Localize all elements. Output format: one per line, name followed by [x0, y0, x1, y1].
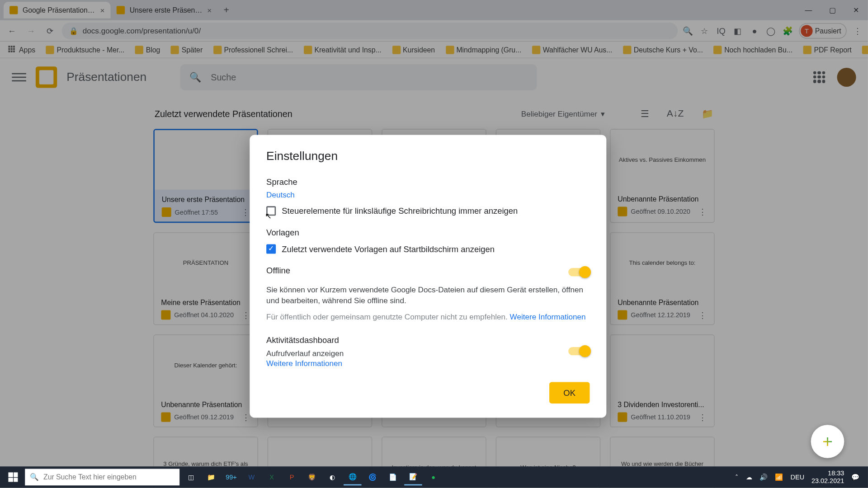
- templates-checkbox[interactable]: [266, 244, 276, 253]
- app-icon[interactable]: 🦁: [303, 469, 321, 486]
- templates-checkbox-label: Zuletzt verwendete Vorlagen auf Startbil…: [282, 244, 495, 253]
- chrome-icon[interactable]: 🌐: [344, 469, 361, 486]
- rtl-checkbox[interactable]: [266, 206, 276, 216]
- app-icon[interactable]: ◐: [323, 469, 341, 486]
- system-tray: ˄ ☁ 🔊 📶 DEU 18:33 23.02.2021 💬: [735, 469, 864, 485]
- powerpoint-icon[interactable]: P: [283, 469, 301, 486]
- offline-warning: Für öffentlich oder gemeinsam genutzte C…: [266, 312, 590, 323]
- offline-description: Sie können vor Kurzem verwendete Google …: [266, 285, 590, 306]
- rtl-checkbox-label: Steuerelemente für linksläufige Schreibr…: [282, 206, 518, 216]
- spotify-icon[interactable]: ●: [425, 469, 442, 486]
- new-presentation-fab[interactable]: +: [811, 425, 844, 458]
- app-icon[interactable]: 📄: [384, 469, 401, 486]
- offline-label: Offline: [266, 266, 290, 275]
- offline-toggle[interactable]: [568, 268, 590, 276]
- explorer-icon[interactable]: 📁: [202, 469, 220, 486]
- search-icon: 🔍: [30, 473, 39, 481]
- taskbar-search[interactable]: 🔍Zur Suche Text hier eingeben: [25, 469, 179, 486]
- start-button[interactable]: [4, 469, 23, 486]
- volume-icon[interactable]: 🔊: [760, 473, 768, 481]
- plus-icon: +: [822, 432, 833, 452]
- excel-icon[interactable]: X: [263, 469, 280, 486]
- ok-button[interactable]: OK: [549, 382, 590, 403]
- word-icon[interactable]: W: [243, 469, 260, 486]
- wifi-icon[interactable]: 📶: [775, 473, 783, 481]
- task-view-icon[interactable]: ◫: [182, 469, 199, 486]
- more-info-link[interactable]: Weitere Informationen: [510, 313, 586, 322]
- language-label: Sprache: [266, 177, 590, 187]
- language-link[interactable]: Deutsch: [266, 190, 590, 199]
- cloud-icon[interactable]: ☁: [746, 473, 752, 481]
- tray-clock[interactable]: 18:33 23.02.2021: [811, 469, 844, 485]
- activity-label: Aktivitätsdashboard: [266, 335, 344, 344]
- templates-label: Vorlagen: [266, 228, 590, 237]
- settings-dialog: Einstellungen Sprache Deutsch Steuerelem…: [250, 135, 606, 418]
- activity-more-info[interactable]: Weitere Informationen: [266, 359, 344, 368]
- activity-toggle[interactable]: [568, 347, 590, 355]
- dialog-title: Einstellungen: [266, 149, 590, 163]
- app-icon[interactable]: 📝: [404, 469, 422, 486]
- taskbar: 🔍Zur Suche Text hier eingeben ◫ 📁 99+ W …: [0, 466, 868, 488]
- activity-description: Aufrufverlauf anzeigen: [266, 348, 344, 359]
- app-icon[interactable]: 99+: [222, 469, 240, 486]
- edge-icon[interactable]: 🌀: [364, 469, 382, 486]
- notifications-icon[interactable]: 💬: [851, 473, 859, 481]
- tray-lang[interactable]: DEU: [791, 474, 805, 481]
- tray-chevron-icon[interactable]: ˄: [735, 473, 739, 481]
